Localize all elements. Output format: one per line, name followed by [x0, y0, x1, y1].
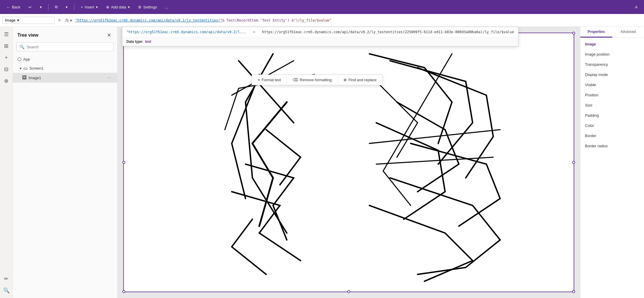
- formula-end-part: ")/ly_file/$value": [294, 18, 332, 22]
- add-data-chevron-icon: ▾: [128, 5, 130, 9]
- prop-item-padding[interactable]: Padding: [580, 110, 644, 120]
- datatype-label: Data type:: [126, 40, 143, 44]
- user-button[interactable]: A: [632, 3, 641, 11]
- formula-fx-label: fx ▾: [64, 18, 73, 23]
- settings-icon: ⚙: [138, 5, 142, 9]
- back-icon: ←: [6, 5, 10, 9]
- formula-bar: Image ▾ = fx ▾ "https://org51fb1eac.crm5…: [0, 14, 644, 27]
- tree-item-image1-more-button[interactable]: ···: [105, 74, 112, 81]
- tab-properties[interactable]: Properties: [580, 27, 612, 38]
- search-box[interactable]: 🔍: [16, 42, 114, 51]
- insert-plus-icon: +: [81, 5, 83, 9]
- autocomplete-dropdown: "https://org51fb1eac.crm5.dynamics.com/a…: [122, 27, 518, 46]
- rail-layers-icon[interactable]: ⊞: [1, 41, 12, 51]
- tree-item-app-label: App: [23, 57, 112, 61]
- canvas-area[interactable]: ≡ Format text ⌫ Remove formatting ⊕ Find…: [117, 27, 580, 298]
- tree-header: Tree view ✕: [13, 27, 117, 42]
- copy-dropdown-button[interactable]: ▾: [63, 3, 71, 11]
- rail-search-icon[interactable]: 🔍: [1, 285, 12, 296]
- prop-tabs: Properties Advanced: [580, 27, 644, 38]
- main-layout: ☰ ⊞ + ⊟ ⊕ ✏ 🔍 Tree view ✕ 🔍 ⬡ App ▾ ▭ Sc…: [0, 27, 644, 298]
- add-data-button[interactable]: ⊕ Add data ▾: [103, 3, 133, 11]
- divider-1: [48, 3, 49, 10]
- autocomplete-equals: =: [251, 30, 257, 34]
- prop-item-visible[interactable]: Visible: [580, 80, 644, 90]
- find-replace-button[interactable]: ⊕ Find and replace: [338, 75, 382, 85]
- undo-dropdown-button[interactable]: ▾: [37, 3, 45, 11]
- format-text-button[interactable]: ≡ Format text: [252, 75, 287, 85]
- screen1-icon: ▭: [23, 65, 28, 71]
- prop-item-image[interactable]: Image: [580, 39, 644, 49]
- tree-item-screen1-label: Screen1: [29, 66, 112, 70]
- copy-icon: ⧉: [55, 5, 58, 9]
- formula-dropdown[interactable]: Image ▾: [2, 17, 55, 24]
- top-toolbar: ← Back ↩ ▾ ⧉ ▾ + Insert ▾ ⊕ Add data ▾ ⚙…: [0, 0, 644, 14]
- datatype-value: text: [145, 40, 151, 44]
- formula-url-part: "https://org51fb1eac.crm5.dynamics.com/a…: [75, 18, 222, 22]
- tab-advanced[interactable]: Advanced: [612, 27, 644, 38]
- properties-panel: Properties Advanced Image Image position…: [580, 27, 644, 298]
- undo-button[interactable]: ↩: [26, 3, 35, 11]
- tree-panel: Tree view ✕ 🔍 ⬡ App ▾ ▭ Screen1 🖼 Image1…: [13, 27, 117, 298]
- prop-item-color[interactable]: Color: [580, 120, 644, 131]
- rail-component-icon[interactable]: ⊕: [1, 76, 12, 86]
- handle-mid-left[interactable]: [122, 161, 125, 164]
- tree-item-image1[interactable]: 🖼 Image1 ···: [13, 73, 117, 83]
- tree-item-image1-label: Image1: [28, 76, 103, 80]
- insert-button[interactable]: + Insert ▾: [78, 3, 101, 11]
- prop-item-display-mode[interactable]: Display mode: [580, 70, 644, 80]
- divider-2: [74, 3, 74, 10]
- handle-bot-left[interactable]: [122, 290, 125, 293]
- more-button[interactable]: ...: [162, 3, 171, 11]
- rail-hamburger-icon[interactable]: ☰: [1, 29, 12, 40]
- format-text-icon: ≡: [258, 78, 260, 82]
- screen1-chevron-icon: ▾: [20, 66, 22, 70]
- handle-bot-right[interactable]: [572, 290, 575, 293]
- remove-formatting-button[interactable]: ⌫ Remove formatting: [287, 75, 338, 85]
- prop-item-image-position[interactable]: Image position: [580, 49, 644, 59]
- formula-func-part: & Text(RecordItem.'Test Entity') &: [222, 18, 294, 22]
- handle-top-right[interactable]: [572, 32, 575, 35]
- tree-close-button[interactable]: ✕: [106, 31, 112, 40]
- formula-dropdown-chevron-icon: ▾: [17, 18, 19, 22]
- formula-content[interactable]: "https://org51fb1eac.crm5.dynamics.com/a…: [75, 18, 642, 22]
- prop-item-border[interactable]: Border: [580, 131, 644, 141]
- formula-equals: =: [57, 18, 62, 23]
- autocomplete-full-url: https://org51fb1eac.crm5.dynamics.com/ap…: [262, 30, 514, 34]
- formula-fx-chevron-icon: ▾: [70, 18, 72, 23]
- undo-icon: ↩: [28, 5, 32, 9]
- rail-add-icon[interactable]: +: [1, 52, 12, 63]
- prop-list: Image Image position Transparency Displa…: [580, 38, 644, 152]
- canvas-frame: [123, 33, 574, 292]
- undo-chevron-icon: ▾: [40, 5, 42, 9]
- app-icon: ⬡: [17, 56, 22, 62]
- datatype-row: Data type: text: [122, 37, 518, 46]
- image1-icon: 🖼: [22, 75, 27, 80]
- autocomplete-url: "https://org51fb1eac.crm5.dynamics.com/a…: [126, 30, 246, 34]
- prop-item-size[interactable]: Size: [580, 100, 644, 110]
- search-input-icon: 🔍: [19, 45, 24, 49]
- formula-dropdown-label: Image: [5, 18, 15, 22]
- settings-button[interactable]: ⚙ Settings: [135, 3, 160, 11]
- back-button[interactable]: ← Back: [3, 3, 23, 11]
- rail-data-icon[interactable]: ⊟: [1, 64, 12, 74]
- rail-tools-icon[interactable]: ✏: [1, 274, 12, 284]
- find-replace-icon: ⊕: [344, 78, 347, 82]
- prop-item-transparency[interactable]: Transparency: [580, 59, 644, 70]
- signature-image: [124, 33, 574, 292]
- search-input[interactable]: [27, 45, 110, 49]
- tree-item-screen1[interactable]: ▾ ▭ Screen1: [13, 64, 117, 73]
- prop-item-position[interactable]: Position: [580, 90, 644, 100]
- autocomplete-row[interactable]: "https://org51fb1eac.crm5.dynamics.com/a…: [122, 27, 518, 37]
- tree-item-app[interactable]: ⬡ App: [13, 55, 117, 64]
- handle-bot-center[interactable]: [347, 290, 350, 293]
- insert-chevron-icon: ▾: [96, 5, 98, 9]
- prop-item-border-radius[interactable]: Border radius: [580, 141, 644, 151]
- tree-view-title: Tree view: [17, 33, 38, 38]
- icon-rail: ☰ ⊞ + ⊟ ⊕ ✏ 🔍: [0, 27, 13, 298]
- remove-formatting-icon: ⌫: [293, 78, 298, 82]
- format-bar: ≡ Format text ⌫ Remove formatting ⊕ Find…: [252, 74, 383, 85]
- copy-button[interactable]: ⧉: [52, 3, 60, 11]
- copy-chevron-icon: ▾: [66, 5, 68, 9]
- handle-mid-right[interactable]: [572, 161, 575, 164]
